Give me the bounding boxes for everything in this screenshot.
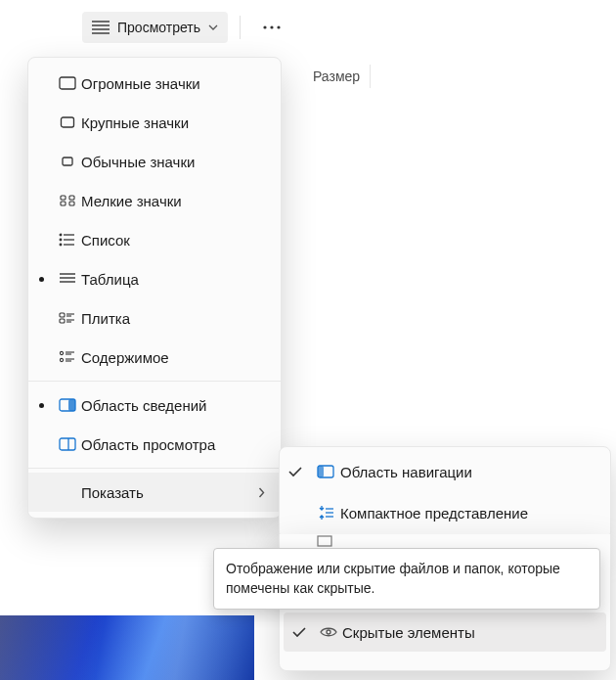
list-icon bbox=[54, 233, 81, 247]
chevron-right-icon bbox=[251, 487, 271, 498]
menu-item-list[interactable]: Список bbox=[28, 220, 281, 259]
menu-separator bbox=[28, 468, 281, 469]
menu-item-label: Крупные значки bbox=[81, 114, 271, 131]
svg-rect-10 bbox=[61, 196, 66, 200]
svg-point-4 bbox=[263, 25, 266, 28]
submenu-item-nav-pane[interactable]: Область навигации bbox=[280, 451, 610, 492]
menu-item-label: Содержимое bbox=[81, 349, 271, 366]
svg-rect-37 bbox=[60, 438, 75, 450]
view-lines-icon bbox=[92, 21, 110, 34]
menu-item-label: Показать bbox=[81, 484, 251, 501]
menu-item-label: Компактное представление bbox=[340, 505, 600, 521]
menu-item-label: Область навигации bbox=[340, 464, 600, 480]
menu-item-details[interactable]: Таблица bbox=[28, 259, 281, 298]
content-icon bbox=[54, 350, 81, 364]
show-submenu: Область навигации Компактное представлен… bbox=[279, 446, 611, 540]
details-icon bbox=[54, 272, 81, 286]
svg-rect-23 bbox=[60, 313, 65, 317]
view-menu: Огромные значки Крупные значки Обычные з… bbox=[27, 57, 282, 519]
menu-item-small-icons[interactable]: Мелкие значки bbox=[28, 181, 281, 220]
menu-item-label: Таблица bbox=[81, 271, 271, 288]
svg-rect-11 bbox=[69, 196, 74, 200]
svg-point-5 bbox=[270, 25, 273, 28]
menu-item-large-icons[interactable]: Крупные значки bbox=[28, 103, 281, 142]
column-header-row: Размер bbox=[303, 63, 616, 90]
menu-item-huge-icons[interactable]: Огромные значки bbox=[28, 64, 281, 103]
checkmark-icon bbox=[280, 467, 311, 477]
toolbar: Просмотреть bbox=[0, 0, 616, 55]
tooltip: Отображение или скрытие файлов и папок, … bbox=[213, 548, 600, 610]
menu-item-medium-icons[interactable]: Обычные значки bbox=[28, 142, 281, 181]
details-pane-icon bbox=[54, 398, 81, 412]
tooltip-text: Отображение или скрытие файлов и папок, … bbox=[226, 561, 560, 596]
svg-rect-26 bbox=[60, 319, 65, 323]
checkmark-icon bbox=[284, 627, 315, 638]
tiles-icon bbox=[54, 311, 81, 325]
svg-rect-12 bbox=[61, 202, 66, 205]
radio-indicator bbox=[28, 403, 54, 408]
compact-view-icon bbox=[311, 505, 340, 521]
svg-point-6 bbox=[277, 25, 280, 28]
svg-point-16 bbox=[60, 239, 62, 241]
view-dropdown-button[interactable]: Просмотреть bbox=[82, 12, 228, 43]
svg-rect-13 bbox=[69, 202, 74, 205]
large-icons-icon bbox=[54, 115, 81, 129]
menu-item-label: Мелкие значки bbox=[81, 193, 271, 209]
menu-item-show[interactable]: Показать bbox=[28, 473, 281, 512]
menu-item-content[interactable]: Содержимое bbox=[28, 338, 281, 377]
more-button[interactable] bbox=[252, 10, 291, 45]
menu-item-preview-pane[interactable]: Область просмотра bbox=[28, 425, 281, 464]
svg-rect-36 bbox=[68, 399, 75, 411]
svg-rect-8 bbox=[62, 117, 74, 127]
placeholder-icon bbox=[311, 534, 338, 548]
column-size[interactable]: Размер bbox=[303, 65, 371, 88]
menu-item-details-pane[interactable]: Область сведений bbox=[28, 385, 281, 425]
svg-point-32 bbox=[60, 358, 63, 361]
huge-icons-icon bbox=[54, 76, 81, 90]
menu-item-label: Скрытые элементы bbox=[342, 624, 596, 641]
submenu-item-compact[interactable]: Компактное представление bbox=[280, 492, 610, 533]
svg-rect-40 bbox=[318, 466, 324, 477]
submenu-item-partial[interactable] bbox=[280, 534, 610, 548]
menu-item-label: Область сведений bbox=[81, 397, 271, 414]
svg-rect-7 bbox=[60, 77, 75, 89]
view-label: Просмотреть bbox=[117, 20, 200, 35]
menu-item-tiles[interactable]: Плитка bbox=[28, 298, 281, 338]
small-icons-icon bbox=[54, 194, 81, 207]
submenu-item-hidden-items[interactable]: Скрытые элементы bbox=[284, 612, 606, 652]
menu-item-label: Обычные значки bbox=[81, 154, 271, 170]
svg-point-18 bbox=[60, 244, 62, 246]
svg-rect-44 bbox=[318, 536, 331, 546]
chevron-down-icon bbox=[208, 24, 218, 30]
svg-rect-9 bbox=[63, 158, 72, 165]
toolbar-divider bbox=[240, 16, 241, 39]
svg-point-45 bbox=[327, 630, 330, 634]
menu-item-label: Плитка bbox=[81, 310, 271, 327]
taskbar-background bbox=[0, 615, 254, 680]
menu-item-label: Список bbox=[81, 232, 271, 249]
menu-item-label: Огромные значки bbox=[81, 75, 271, 92]
preview-pane-icon bbox=[54, 437, 81, 451]
svg-point-14 bbox=[60, 234, 62, 236]
svg-point-29 bbox=[60, 351, 63, 354]
menu-separator bbox=[28, 381, 281, 382]
radio-indicator bbox=[28, 277, 54, 282]
hidden-items-icon bbox=[315, 625, 342, 639]
medium-icons-icon bbox=[54, 155, 81, 168]
nav-pane-icon bbox=[311, 465, 340, 478]
menu-item-label: Область просмотра bbox=[81, 436, 271, 453]
